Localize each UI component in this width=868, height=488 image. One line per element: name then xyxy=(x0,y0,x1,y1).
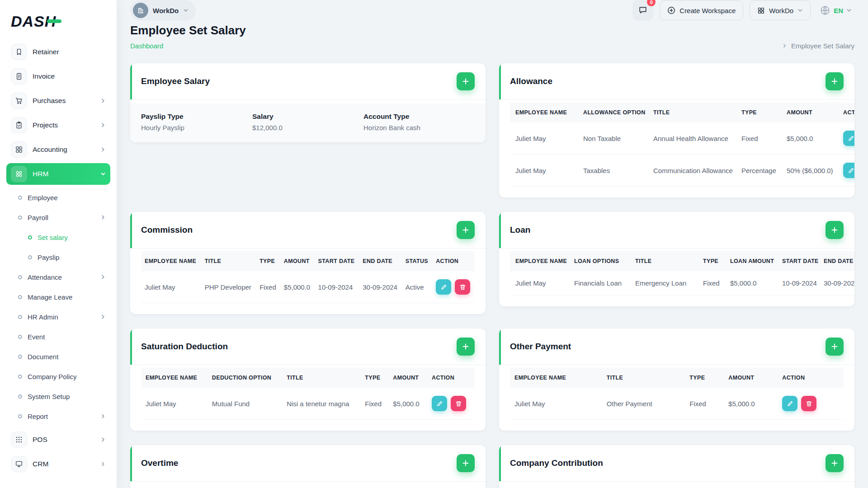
bullet-icon xyxy=(18,355,22,359)
pencil-icon xyxy=(787,400,793,407)
topbar-actions: 0 Create Workspace WorkDo EN xyxy=(632,0,854,21)
chevron-right-icon xyxy=(100,413,106,419)
add-allowance-button[interactable] xyxy=(826,72,844,90)
cell-type: Fixed xyxy=(360,388,388,420)
cell-action xyxy=(427,388,475,420)
sidebar-item-payroll[interactable]: Payroll xyxy=(6,207,110,227)
sidebar-item-hrm[interactable]: HRM xyxy=(6,163,110,185)
sidebar-item-retainer[interactable]: Retainer xyxy=(6,41,110,63)
column-header: Amount xyxy=(724,368,778,388)
sidebar-item-employee[interactable]: Employee xyxy=(6,188,110,207)
breadcrumb-dashboard-link[interactable]: Dashboard xyxy=(130,42,163,50)
card-title: Allowance xyxy=(510,76,552,86)
column-header: Type xyxy=(736,103,781,122)
add-overtime-button[interactable] xyxy=(457,454,475,472)
delete-commission-button[interactable] xyxy=(455,279,470,295)
cell-type: Percentage xyxy=(736,155,781,187)
language-label: EN xyxy=(834,7,843,14)
sidebar-item-company-policy[interactable]: Company Policy xyxy=(6,366,110,386)
sidebar-item-label: Payslip xyxy=(38,253,59,261)
sidebar-item-set-salary[interactable]: Set salary xyxy=(6,227,110,247)
cart-icon xyxy=(11,93,27,109)
sidebar-item-manage-leave[interactable]: Manage Leave xyxy=(6,287,110,307)
pencil-icon xyxy=(848,167,854,174)
sidebar-item-crm[interactable]: CRM xyxy=(6,453,110,475)
workspace-pill[interactable]: WorkDo xyxy=(130,0,196,21)
card-loan: Loan Employee Name Loan Options Title Ty… xyxy=(499,212,854,306)
trash-icon xyxy=(806,400,812,407)
add-loan-button[interactable] xyxy=(826,221,844,239)
add-commission-button[interactable] xyxy=(457,221,475,239)
sidebar-item-invoice[interactable]: Invoice xyxy=(6,66,110,87)
card-company-contribution-body xyxy=(499,482,854,488)
column-header: Amount xyxy=(781,103,838,122)
add-other-payment-button[interactable] xyxy=(826,338,844,356)
chevron-right-icon xyxy=(100,147,106,152)
sidebar-item-attendance[interactable]: Attendance xyxy=(6,267,110,287)
table-header-row: Employee Name Loan Options Title Type Lo… xyxy=(510,251,854,271)
sidebar-item-system-setup[interactable]: System Setup xyxy=(6,386,110,406)
field-salary: Salary $12,000.0 xyxy=(252,113,363,131)
cell-title: Nisi a tenetur magna xyxy=(282,388,360,420)
edit-allowance-button[interactable] xyxy=(843,163,854,178)
messages-button[interactable]: 0 xyxy=(632,0,653,21)
column-header: Title xyxy=(630,251,698,271)
workspace-switcher-button[interactable]: WorkDo xyxy=(750,0,811,20)
card-allowance: Allowance Employee Name Allowance Option… xyxy=(499,63,854,197)
column-header: Employee Name xyxy=(510,368,602,388)
edit-commission-button[interactable] xyxy=(436,279,451,295)
plus-icon xyxy=(830,226,839,234)
sidebar-item-report[interactable]: Report xyxy=(6,406,110,426)
sidebar-item-label: Projects xyxy=(33,121,58,129)
column-header: Action xyxy=(427,368,475,388)
sidebar-item-label: Attendance xyxy=(28,273,62,281)
card-other-payment-header: Other Payment xyxy=(499,328,854,365)
table-row: Juliet May Other Payment Fixed $5,000.0 xyxy=(510,388,844,420)
main-area: WorkDo 0 Create Workspace WorkDo xyxy=(117,0,868,488)
delete-saturation-deduction-button[interactable] xyxy=(451,396,466,411)
page-title: Employee Set Salary xyxy=(130,23,854,38)
trash-icon xyxy=(459,284,466,291)
cell-title: Annual Health Allowance xyxy=(648,122,736,155)
language-selector[interactable]: EN xyxy=(817,5,854,16)
sidebar-item-purchases[interactable]: Purchases xyxy=(6,90,110,112)
sidebar-item-label: Invoice xyxy=(33,72,55,80)
table-row: Juliet May Taxables Communication Allowa… xyxy=(510,155,854,187)
card-other-payment: Other Payment Employee Name Title Type A… xyxy=(499,328,854,431)
sidebar-item-accounting[interactable]: Accounting xyxy=(6,139,110,160)
cell-action xyxy=(838,122,854,155)
column-header: Employee Name xyxy=(510,103,578,122)
delete-other-payment-button[interactable] xyxy=(801,396,816,411)
plus-icon xyxy=(462,459,470,467)
sidebar-item-hr-admin[interactable]: HR Admin xyxy=(6,307,110,327)
plus-icon xyxy=(830,343,839,351)
cell-employee: Juliet May xyxy=(510,122,578,155)
brand-logo[interactable]: DASH xyxy=(0,0,117,38)
add-saturation-deduction-button[interactable] xyxy=(457,338,475,356)
sidebar-menu: Retainer Invoice Purchases Projects Acco… xyxy=(0,38,117,475)
add-company-contribution-button[interactable] xyxy=(826,454,844,472)
sidebar-item-document[interactable]: Document xyxy=(6,347,110,366)
edit-other-payment-button[interactable] xyxy=(782,396,797,411)
bullet-icon xyxy=(28,235,32,239)
edit-saturation-deduction-button[interactable] xyxy=(432,396,447,411)
cell-type: Fixed xyxy=(685,388,724,420)
card-title: Saturation Deduction xyxy=(141,342,228,352)
sidebar-item-label: System Setup xyxy=(28,393,70,400)
sidebar-item-payslip[interactable]: Payslip xyxy=(6,247,110,267)
chevron-right-icon xyxy=(100,461,106,467)
sidebar-item-label: Report xyxy=(28,413,48,420)
sidebar-item-label: Retainer xyxy=(33,48,59,56)
edit-allowance-button[interactable] xyxy=(843,131,854,146)
sidebar-item-projects[interactable]: Projects xyxy=(6,114,110,136)
trash-icon xyxy=(455,400,462,407)
bullet-icon xyxy=(18,196,22,200)
sidebar-item-pos[interactable]: POS xyxy=(6,429,110,450)
sidebar-item-event[interactable]: Event xyxy=(6,327,110,347)
add-employee-salary-button[interactable] xyxy=(457,72,475,90)
card-company-contribution-header: Company Contribution xyxy=(499,445,854,482)
create-workspace-button[interactable]: Create Workspace xyxy=(660,0,743,20)
field-value: Hourly Payslip xyxy=(141,124,252,131)
column-header: Loan Amount xyxy=(725,251,777,271)
sidebar-item-label: Set salary xyxy=(38,234,68,241)
